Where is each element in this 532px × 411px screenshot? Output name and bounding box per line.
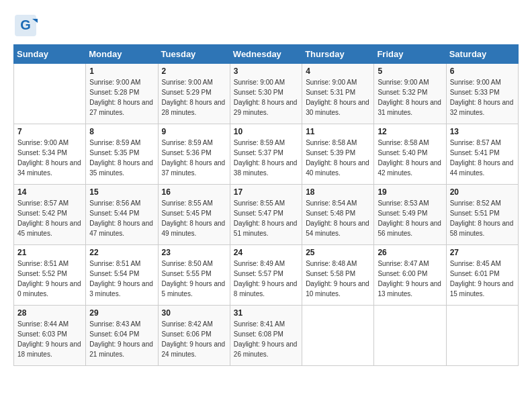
calendar-cell: 30Sunrise: 8:42 AMSunset: 6:06 PMDayligh… — [158, 306, 230, 366]
column-header-saturday: Saturday — [446, 45, 518, 64]
calendar-cell — [302, 306, 374, 366]
day-info: Sunrise: 8:58 AMSunset: 5:40 PMDaylight:… — [378, 138, 442, 178]
day-info: Sunrise: 8:47 AMSunset: 6:00 PMDaylight:… — [378, 259, 442, 299]
day-number: 20 — [450, 187, 515, 197]
day-info: Sunrise: 8:57 AMSunset: 5:41 PMDaylight:… — [450, 138, 515, 178]
day-number: 29 — [89, 308, 154, 318]
day-info: Sunrise: 8:59 AMSunset: 5:37 PMDaylight:… — [234, 138, 298, 178]
day-info: Sunrise: 8:58 AMSunset: 5:39 PMDaylight:… — [306, 138, 370, 178]
day-info: Sunrise: 8:49 AMSunset: 5:57 PMDaylight:… — [234, 259, 298, 299]
logo-icon: G — [13, 13, 38, 38]
day-info: Sunrise: 8:54 AMSunset: 5:48 PMDaylight:… — [306, 198, 370, 238]
calendar-cell: 20Sunrise: 8:52 AMSunset: 5:51 PMDayligh… — [446, 185, 518, 245]
day-number: 12 — [378, 127, 442, 136]
day-number: 2 — [162, 66, 226, 76]
day-number: 18 — [306, 187, 370, 197]
day-number: 21 — [17, 248, 82, 257]
day-number: 1 — [89, 66, 154, 76]
calendar-cell: 28Sunrise: 8:44 AMSunset: 6:03 PMDayligh… — [14, 306, 86, 366]
day-number: 4 — [306, 66, 370, 76]
day-info: Sunrise: 8:57 AMSunset: 5:42 PMDaylight:… — [17, 198, 82, 238]
day-number: 8 — [89, 127, 154, 136]
day-info: Sunrise: 8:51 AMSunset: 5:54 PMDaylight:… — [89, 259, 154, 299]
day-info: Sunrise: 9:00 AMSunset: 5:32 PMDaylight:… — [378, 77, 442, 118]
column-header-tuesday: Tuesday — [158, 45, 230, 64]
page-header: G — [13, 13, 519, 38]
calendar-cell — [446, 306, 518, 366]
day-info: Sunrise: 8:42 AMSunset: 6:06 PMDaylight:… — [162, 319, 226, 359]
day-info: Sunrise: 8:51 AMSunset: 5:52 PMDaylight:… — [17, 259, 82, 299]
day-info: Sunrise: 8:48 AMSunset: 5:58 PMDaylight:… — [306, 259, 370, 299]
calendar-cell: 25Sunrise: 8:48 AMSunset: 5:58 PMDayligh… — [302, 245, 374, 306]
day-info: Sunrise: 8:45 AMSunset: 6:01 PMDaylight:… — [450, 259, 515, 299]
calendar-cell: 26Sunrise: 8:47 AMSunset: 6:00 PMDayligh… — [374, 245, 446, 306]
day-info: Sunrise: 8:50 AMSunset: 5:55 PMDaylight:… — [162, 259, 226, 299]
calendar-week-2: 7Sunrise: 9:00 AMSunset: 5:34 PMDaylight… — [14, 124, 519, 185]
day-number: 16 — [162, 187, 226, 197]
calendar-cell: 15Sunrise: 8:56 AMSunset: 5:44 PMDayligh… — [86, 185, 158, 245]
calendar-cell: 4Sunrise: 9:00 AMSunset: 5:31 PMDaylight… — [302, 64, 374, 124]
day-number: 24 — [234, 248, 298, 257]
day-number: 11 — [306, 127, 370, 136]
calendar-week-5: 28Sunrise: 8:44 AMSunset: 6:03 PMDayligh… — [14, 306, 519, 366]
calendar-cell: 1Sunrise: 9:00 AMSunset: 5:28 PMDaylight… — [86, 64, 158, 124]
day-info: Sunrise: 9:00 AMSunset: 5:31 PMDaylight:… — [306, 77, 370, 118]
day-info: Sunrise: 8:52 AMSunset: 5:51 PMDaylight:… — [450, 198, 515, 238]
column-header-friday: Friday — [374, 45, 446, 64]
day-info: Sunrise: 8:55 AMSunset: 5:47 PMDaylight:… — [234, 198, 298, 238]
calendar-cell: 19Sunrise: 8:53 AMSunset: 5:49 PMDayligh… — [374, 185, 446, 245]
day-number: 3 — [234, 66, 298, 76]
day-info: Sunrise: 8:41 AMSunset: 6:08 PMDaylight:… — [234, 319, 298, 359]
calendar-cell: 8Sunrise: 8:59 AMSunset: 5:35 PMDaylight… — [86, 124, 158, 185]
day-number: 15 — [89, 187, 154, 197]
day-number: 10 — [234, 127, 298, 136]
day-info: Sunrise: 8:55 AMSunset: 5:45 PMDaylight:… — [162, 198, 226, 238]
calendar-cell: 27Sunrise: 8:45 AMSunset: 6:01 PMDayligh… — [446, 245, 518, 306]
calendar-week-4: 21Sunrise: 8:51 AMSunset: 5:52 PMDayligh… — [14, 245, 519, 306]
day-info: Sunrise: 8:56 AMSunset: 5:44 PMDaylight:… — [89, 198, 154, 238]
day-number: 13 — [450, 127, 515, 136]
calendar-cell: 17Sunrise: 8:55 AMSunset: 5:47 PMDayligh… — [230, 185, 302, 245]
calendar-header-row: SundayMondayTuesdayWednesdayThursdayFrid… — [14, 45, 519, 64]
column-header-sunday: Sunday — [14, 45, 86, 64]
calendar-cell: 10Sunrise: 8:59 AMSunset: 5:37 PMDayligh… — [230, 124, 302, 185]
day-number: 19 — [378, 187, 442, 197]
day-number: 31 — [234, 308, 298, 318]
day-info: Sunrise: 9:00 AMSunset: 5:30 PMDaylight:… — [234, 77, 298, 118]
day-info: Sunrise: 8:44 AMSunset: 6:03 PMDaylight:… — [17, 319, 82, 359]
day-info: Sunrise: 8:43 AMSunset: 6:04 PMDaylight:… — [89, 319, 154, 359]
calendar-cell: 5Sunrise: 9:00 AMSunset: 5:32 PMDaylight… — [374, 64, 446, 124]
day-info: Sunrise: 9:00 AMSunset: 5:28 PMDaylight:… — [89, 77, 154, 118]
calendar-cell: 3Sunrise: 9:00 AMSunset: 5:30 PMDaylight… — [230, 64, 302, 124]
calendar-cell — [374, 306, 446, 366]
calendar-cell: 13Sunrise: 8:57 AMSunset: 5:41 PMDayligh… — [446, 124, 518, 185]
day-number: 25 — [306, 248, 370, 257]
day-info: Sunrise: 8:53 AMSunset: 5:49 PMDaylight:… — [378, 198, 442, 238]
day-info: Sunrise: 8:59 AMSunset: 5:35 PMDaylight:… — [89, 138, 154, 178]
column-header-thursday: Thursday — [302, 45, 374, 64]
day-info: Sunrise: 8:59 AMSunset: 5:36 PMDaylight:… — [162, 138, 226, 178]
day-info: Sunrise: 9:00 AMSunset: 5:29 PMDaylight:… — [162, 77, 226, 118]
calendar-week-1: 1Sunrise: 9:00 AMSunset: 5:28 PMDaylight… — [14, 64, 519, 124]
day-number: 27 — [450, 248, 515, 257]
day-number: 9 — [162, 127, 226, 136]
calendar-cell: 24Sunrise: 8:49 AMSunset: 5:57 PMDayligh… — [230, 245, 302, 306]
svg-text:G: G — [20, 17, 31, 32]
logo: G — [13, 13, 40, 38]
day-number: 17 — [234, 187, 298, 197]
calendar-cell: 23Sunrise: 8:50 AMSunset: 5:55 PMDayligh… — [158, 245, 230, 306]
day-number: 6 — [450, 66, 515, 76]
calendar-cell: 22Sunrise: 8:51 AMSunset: 5:54 PMDayligh… — [86, 245, 158, 306]
day-info: Sunrise: 9:00 AMSunset: 5:34 PMDaylight:… — [17, 138, 82, 178]
day-number: 28 — [17, 308, 82, 318]
calendar-cell: 31Sunrise: 8:41 AMSunset: 6:08 PMDayligh… — [230, 306, 302, 366]
calendar-cell — [14, 64, 86, 124]
day-number: 26 — [378, 248, 442, 257]
calendar-cell: 6Sunrise: 9:00 AMSunset: 5:33 PMDaylight… — [446, 64, 518, 124]
day-number: 30 — [162, 308, 226, 318]
calendar-week-3: 14Sunrise: 8:57 AMSunset: 5:42 PMDayligh… — [14, 185, 519, 245]
day-number: 23 — [162, 248, 226, 257]
calendar-cell: 7Sunrise: 9:00 AMSunset: 5:34 PMDaylight… — [14, 124, 86, 185]
day-number: 7 — [17, 127, 82, 136]
calendar-table: SundayMondayTuesdayWednesdayThursdayFrid… — [13, 44, 519, 366]
